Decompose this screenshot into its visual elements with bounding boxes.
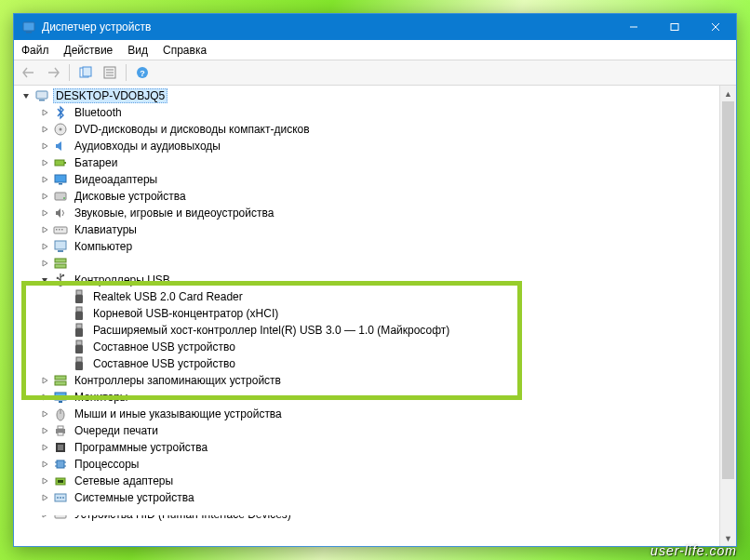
expander-icon[interactable] <box>38 407 51 420</box>
device-tree[interactable]: DESKTOP-VDOBJQ5 Bluetooth DVD-дисководы … <box>14 86 719 546</box>
tree-node[interactable]: Клавиатуры <box>14 221 719 238</box>
pc-icon <box>34 88 49 103</box>
tree-node-usb-child[interactable]: Корневой USB-концентратор (xHCI) <box>14 305 719 322</box>
svg-point-17 <box>60 128 62 131</box>
expander-icon[interactable] <box>38 474 51 487</box>
maximize-button[interactable] <box>654 14 695 40</box>
tree-node[interactable]: Очереди печати <box>14 422 719 439</box>
tree-node-usb[interactable]: Контроллеры USB <box>14 272 719 288</box>
tree-node-usb-child[interactable]: Расширяемый хост-контроллер Intel(R) USB… <box>14 322 719 339</box>
menubar: Файл Действие Вид Справка <box>14 40 736 60</box>
tree-node[interactable]: Компьютер <box>14 238 719 255</box>
content-area: DESKTOP-VDOBJQ5 Bluetooth DVD-дисководы … <box>14 86 736 546</box>
svg-point-67 <box>62 497 64 499</box>
svg-rect-45 <box>75 362 83 370</box>
storage-icon <box>53 373 68 388</box>
expander-icon[interactable] <box>38 190 51 203</box>
tree-node[interactable]: Аудиовходы и аудиовыходы <box>14 138 719 154</box>
svg-point-65 <box>57 497 59 499</box>
expander-icon[interactable] <box>38 156 51 169</box>
tree-node[interactable]: Мыши и иные указывающие устройства <box>14 406 719 422</box>
expander-icon[interactable] <box>38 106 51 119</box>
menu-help[interactable]: Справка <box>155 42 214 59</box>
expander-icon[interactable] <box>38 424 51 437</box>
tree-node[interactable]: Мониторы <box>14 389 719 406</box>
mouse-icon <box>53 407 68 421</box>
tree-node[interactable]: Системные устройства <box>14 489 719 506</box>
svg-rect-40 <box>76 324 82 328</box>
tree-node[interactable]: Батареи <box>14 154 719 171</box>
tree-node-usb-child[interactable]: Realtek USB 2.0 Card Reader <box>14 288 719 305</box>
scroll-track[interactable] <box>720 101 736 530</box>
properties-button[interactable] <box>99 61 121 84</box>
vertical-scrollbar[interactable]: ▲ ▼ <box>719 86 736 546</box>
show-hidden-button[interactable] <box>74 61 97 84</box>
tree-node[interactable]: Сетевые адаптеры <box>14 473 719 489</box>
expander-icon[interactable] <box>57 324 70 337</box>
scroll-thumb[interactable] <box>722 101 734 479</box>
tree-node[interactable]: Bluetooth <box>14 104 719 121</box>
expander-icon[interactable] <box>20 89 33 102</box>
back-button[interactable] <box>18 61 40 84</box>
hid-icon <box>53 507 68 522</box>
tree-node-usb-child[interactable]: Составное USB устройство <box>14 339 719 355</box>
expander-icon[interactable] <box>38 458 51 471</box>
tree-node[interactable]: Программные устройства <box>14 439 719 456</box>
network-icon <box>53 473 68 488</box>
tree-node[interactable]: Процессоры <box>14 456 719 473</box>
expander-icon[interactable] <box>57 357 70 370</box>
expander-icon[interactable] <box>38 173 51 186</box>
expander-icon[interactable] <box>38 491 51 504</box>
expander-icon[interactable] <box>57 290 70 303</box>
expander-icon[interactable] <box>38 441 51 454</box>
tree-node-label: Батареи <box>72 155 120 170</box>
close-button[interactable] <box>695 14 736 40</box>
minimize-button[interactable] <box>613 14 654 40</box>
svg-rect-3 <box>671 24 678 31</box>
tree-node[interactable]: Дисковые устройства <box>14 188 719 205</box>
svg-rect-38 <box>76 307 82 312</box>
tree-node-label: Bluetooth <box>72 105 125 120</box>
expander-icon[interactable] <box>38 374 51 387</box>
help-button[interactable]: ? <box>131 61 154 84</box>
svg-rect-18 <box>55 160 64 166</box>
tree-node[interactable]: Контроллеры запоминающих устройств <box>14 372 719 389</box>
tree-node[interactable] <box>14 255 719 272</box>
app-icon <box>21 20 36 34</box>
svg-point-23 <box>63 197 65 199</box>
usbdev-icon <box>72 323 87 338</box>
scroll-up-button[interactable]: ▲ <box>720 86 736 101</box>
menu-action[interactable]: Действие <box>57 42 121 59</box>
battery-icon <box>53 155 68 170</box>
expander-icon[interactable] <box>38 391 51 404</box>
expander-icon[interactable] <box>38 223 51 236</box>
expander-icon[interactable] <box>38 207 51 220</box>
titlebar[interactable]: Диспетчер устройств <box>14 14 736 40</box>
menu-file[interactable]: Файл <box>14 42 57 59</box>
menu-view[interactable]: Вид <box>120 42 155 59</box>
tree-root[interactable]: DESKTOP-VDOBJQ5 <box>14 87 719 104</box>
forward-button[interactable] <box>42 61 64 84</box>
device-manager-window: Диспетчер устройств Файл Действие Вид Сп… <box>13 13 737 547</box>
tree-node[interactable]: Звуковые, игровые и видеоустройства <box>14 205 719 221</box>
svg-rect-68 <box>55 512 66 518</box>
tree-node[interactable]: DVD-дисководы и дисководы компакт-дисков <box>14 121 719 138</box>
svg-rect-31 <box>55 264 66 268</box>
expander-icon[interactable] <box>57 340 70 353</box>
tree-node[interactable]: Видеоадаптеры <box>14 171 719 188</box>
expander-icon[interactable] <box>38 257 51 270</box>
expander-icon[interactable] <box>38 508 51 521</box>
svg-rect-20 <box>55 175 66 182</box>
usbdev-icon <box>72 356 87 371</box>
expander-icon[interactable] <box>38 140 51 153</box>
tree-node-usb-child[interactable]: Составное USB устройство <box>14 355 719 372</box>
computer-icon <box>53 239 68 254</box>
expander-icon[interactable] <box>57 307 70 320</box>
tree-node[interactable]: Устройства HID (Human Interface Devices) <box>14 506 719 523</box>
expander-icon[interactable] <box>38 240 51 253</box>
svg-rect-36 <box>76 290 82 295</box>
dvd-icon <box>53 122 68 137</box>
expander-icon[interactable] <box>38 273 51 287</box>
printer-icon <box>53 423 68 438</box>
expander-icon[interactable] <box>38 123 51 136</box>
